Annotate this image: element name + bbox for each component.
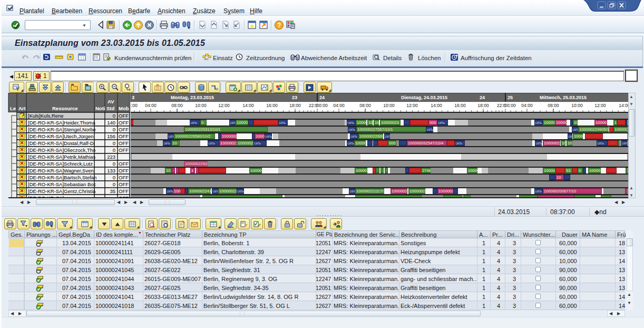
svg-text:100000227557/10/1: 100000227557/10/1	[357, 127, 393, 132]
svg-text:10000: 10000	[357, 120, 368, 125]
svg-text:10000: 10000	[468, 168, 479, 173]
svg-text:10000: 10000	[544, 168, 555, 173]
svg-text:Noti: Noti	[95, 105, 105, 111]
svg-text:0: 0	[113, 161, 115, 167]
svg-text:LMT▸: LMT▸	[279, 121, 286, 124]
svg-text:100000226580/10/2: 100000226580/10/2	[175, 134, 211, 139]
svg-text:OFF: OFF	[119, 181, 129, 187]
svg-text:14:00: 14:00	[242, 103, 254, 108]
svg-text:10: 10	[166, 168, 170, 173]
svg-text:10000022: 10000022	[409, 189, 427, 194]
svg-text:[DE-RO-KR-SA]Dostal,Ralf-Di: [DE-RO-KR-SA]Dostal,Ralf-Di	[28, 140, 95, 146]
svg-text:10: 10	[375, 120, 379, 125]
svg-text:00:00: 00:00	[316, 103, 328, 108]
svg-text:OFF: OFF	[119, 175, 129, 180]
svg-text:156: 156	[107, 133, 115, 139]
svg-text:10000: 10000	[356, 168, 367, 173]
svg-text:Mittwoch, 25.03.2015: Mittwoch, 25.03.2015	[540, 95, 587, 100]
svg-text:LMT▸: LMT▸	[266, 135, 272, 138]
svg-text:[DE-RO-KR-SA]Olieczock,Tho: [DE-RO-KR-SA]Olieczock,Tho	[28, 147, 95, 153]
svg-text:LMT▸: LMT▸	[349, 128, 356, 131]
svg-text:LMT▸: LMT▸	[456, 142, 463, 145]
svg-text:53: 53	[566, 168, 570, 173]
svg-text:16:00: 16:00	[266, 103, 278, 108]
svg-text:OFF: OFF	[119, 120, 129, 126]
svg-text:Montag, 23.03.2015: Montag, 23.03.2015	[171, 95, 214, 100]
svg-text:0: 0	[201, 120, 203, 125]
svg-text:LMT▸: LMT▸	[164, 142, 171, 145]
svg-text:10: 10	[568, 141, 572, 146]
svg-text:Le: Le	[10, 105, 16, 111]
svg-text::00: :00	[131, 103, 138, 108]
svg-text:LMT▸: LMT▸	[351, 135, 358, 138]
svg-text:10000: 10000	[250, 168, 261, 173]
svg-text:OFF: OFF	[119, 113, 129, 119]
svg-text:25: 25	[508, 95, 513, 100]
svg-text:LMT▸: LMT▸	[348, 142, 355, 145]
svg-text:12:00: 12:00	[218, 103, 230, 108]
svg-text:[DE-RO-KR-SA]Stengel,Norbe: [DE-RO-KR-SA]Stengel,Norbe	[28, 127, 96, 132]
svg-text:10000022: 10000022	[219, 189, 237, 194]
svg-text:10000: 10000	[355, 141, 366, 146]
svg-text:10000: 10000	[237, 120, 248, 125]
svg-text:10000: 10000	[556, 120, 567, 125]
svg-text:?: ?	[277, 22, 281, 29]
svg-text:000: 000	[389, 141, 396, 146]
svg-text:140: 140	[107, 120, 115, 126]
svg-text:2748: 2748	[422, 168, 431, 173]
svg-text:10: 10	[172, 141, 177, 146]
svg-text:LMT▸: LMT▸	[438, 121, 445, 124]
svg-text:35: 35	[110, 188, 115, 194]
svg-text:100000229313/10/1: 100000229313/10/1	[185, 127, 221, 132]
svg-text:LMT▸: LMT▸	[209, 142, 216, 145]
svg-text:Mob: Mob	[119, 105, 129, 111]
svg-text:04:00: 04:00	[521, 103, 533, 108]
svg-text:0: 0	[113, 140, 115, 146]
svg-text:OFF: OFF	[119, 161, 129, 167]
svg-text:100000211117/1: 100000211117/1	[356, 189, 385, 194]
svg-text:04:00: 04:00	[333, 103, 345, 108]
svg-text:AV: AV	[108, 99, 114, 104]
svg-text:24: 24	[319, 95, 325, 100]
svg-text:[DE-RO-KR-SA]Petrik,Mathias: [DE-RO-KR-SA]Petrik,Mathias	[28, 154, 96, 160]
svg-text:10000022: 10000022	[238, 141, 256, 146]
svg-text:10000: 10000	[544, 120, 555, 125]
svg-text:10:00: 10:00	[383, 103, 395, 108]
svg-text:AC: AC	[204, 57, 209, 61]
svg-text:[DE-RO-KR-SA]Wagner,Sven: [DE-RO-KR-SA]Wagner,Sven	[28, 168, 94, 173]
svg-text:18:00: 18:00	[477, 103, 489, 108]
svg-text:OFF: OFF	[119, 188, 129, 194]
svg-text:3: 3	[132, 95, 134, 100]
svg-text:10: 10	[557, 175, 561, 180]
svg-text:[Kuls]Kuls,Rene: [Kuls]Kuls,Rene	[28, 113, 64, 119]
svg-text:08:00: 08:00	[359, 103, 371, 108]
svg-text:LMT▸: LMT▸	[598, 142, 604, 145]
svg-text:OFF: OFF	[119, 133, 129, 139]
svg-text:12:00: 12:00	[406, 103, 418, 108]
svg-text:18:00: 18:00	[289, 103, 301, 108]
svg-text:10:00: 10:00	[571, 103, 583, 108]
svg-text:LMT▸: LMT▸	[535, 190, 542, 193]
svg-text:1: 1	[614, 120, 617, 125]
svg-text:[DE-RO-KR-SA]Sebastian Boc: [DE-RO-KR-SA]Sebastian Boc	[28, 181, 96, 187]
svg-text:[DE-RO-KR-SA]Schreck,Lutz: [DE-RO-KR-SA]Schreck,Lutz	[28, 161, 93, 167]
svg-text:Ressource: Ressource	[52, 105, 78, 111]
svg-text:24: 24	[480, 95, 485, 100]
svg-text:0: 0	[113, 175, 115, 180]
svg-text:LMT▸: LMT▸	[427, 128, 434, 131]
svg-text:Std: Std	[106, 105, 115, 111]
svg-text:LMT▸: LMT▸	[255, 142, 261, 145]
svg-text:LMT▸: LMT▸	[535, 121, 542, 124]
svg-text:12:00: 12:00	[594, 103, 606, 108]
svg-text:08:00: 08:00	[548, 103, 559, 108]
svg-text:00:00: 00:00	[504, 103, 516, 108]
svg-text:0: 0	[113, 113, 115, 119]
svg-text:Art: Art	[18, 105, 26, 111]
svg-text:[DE-RO-KR-SA]Gentz,Christia: [DE-RO-KR-SA]Gentz,Christia	[28, 188, 96, 194]
svg-text:1: 1	[191, 168, 193, 173]
svg-text:08:00: 08:00	[171, 103, 183, 108]
svg-text:10000022924: 10000022924	[185, 161, 209, 166]
svg-text:0: 0	[579, 168, 581, 173]
svg-text:0: 0	[113, 147, 115, 153]
svg-text:Dienstag, 24.03.2015: Dienstag, 24.03.2015	[401, 95, 447, 100]
